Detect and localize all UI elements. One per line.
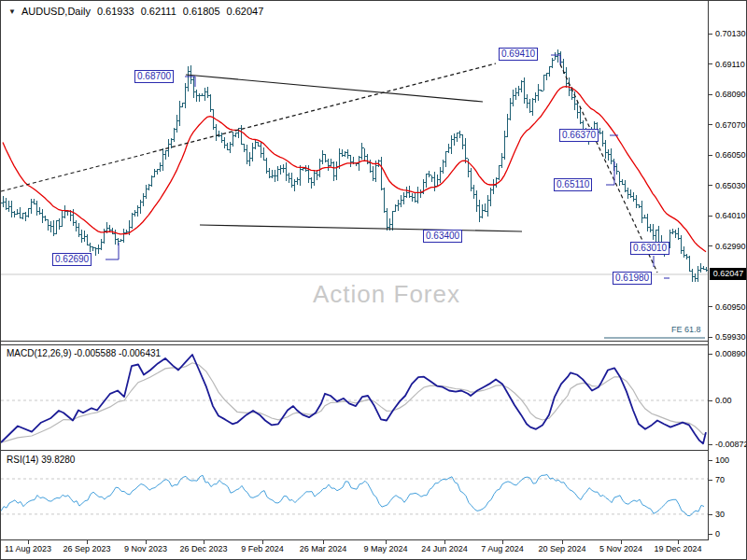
axis-label: 30	[715, 510, 725, 519]
price-level-label[interactable]: 0.63010	[630, 242, 669, 255]
axis-label: 0.70130	[715, 29, 746, 38]
date-label: 19 Dec 2024	[654, 544, 701, 553]
date-label: 20 Sep 2024	[538, 544, 585, 553]
axis-label: 100	[715, 455, 729, 465]
axis-tick	[709, 460, 712, 461]
axis-tick	[709, 480, 712, 481]
date-label: 11 Aug 2023	[5, 544, 51, 553]
axis-tick	[709, 444, 712, 445]
panel-separator	[1, 450, 709, 451]
panel-separator	[1, 341, 709, 342]
price-axis[interactable]: 0.62047 0.701300.691100.680900.670700.66…	[708, 1, 747, 539]
axis-label: 0.69110	[715, 60, 745, 69]
price-level-label[interactable]: 0.66370	[559, 129, 599, 142]
rsi-indicator-panel[interactable]	[1, 452, 708, 539]
chart-title-bar: ▼AUDUSD,Daily0.619330.621110.618050.6204…	[8, 6, 263, 17]
axis-tick	[709, 155, 712, 156]
axis-tick	[709, 124, 712, 125]
dashed-trendline[interactable]	[1, 63, 496, 191]
axis-label: 0.59930	[715, 332, 746, 342]
date-label: 9 Feb 2024	[241, 544, 284, 553]
ohlc-open: 0.61933	[97, 6, 134, 17]
fibonacci-expansion-label: FE 61.8	[671, 325, 701, 334]
price-level-label[interactable]: 0.69410	[499, 48, 538, 61]
axis-tick	[709, 514, 712, 515]
axis-tick	[709, 337, 712, 338]
axis-tick	[709, 534, 712, 535]
macd-main-line	[1, 355, 706, 443]
price-level-label[interactable]: 0.68700	[134, 70, 174, 83]
axis-label: 0.60950	[715, 302, 746, 312]
ohlc-bars	[1, 49, 708, 282]
axis-label: 0.008901	[715, 349, 747, 358]
axis-label: -0.008729	[715, 440, 747, 449]
axis-tick	[709, 354, 712, 355]
chart-window: ▼AUDUSD,Daily0.619330.621110.618050.6204…	[0, 0, 747, 560]
ohlc-close: 0.62047	[227, 6, 264, 17]
date-label: 26 Mar 2024	[300, 544, 347, 553]
ohlc-low: 0.61805	[183, 6, 220, 17]
solid-trendline[interactable]	[200, 225, 522, 231]
axis-label: 0.68090	[715, 90, 746, 99]
axis-tick	[709, 306, 712, 307]
date-label: 24 Jun 2024	[421, 544, 468, 553]
axis-label: 0	[715, 529, 720, 539]
date-label: 7 Aug 2024	[481, 544, 524, 553]
macd-label: MACD(12,26,9) -0.005588 -0.006431	[7, 348, 161, 358]
axis-tick	[709, 34, 712, 35]
macd-indicator-panel[interactable]	[1, 346, 708, 449]
axis-label: 0.67070	[715, 120, 746, 130]
axis-label: 0.00	[715, 396, 732, 405]
price-level-label[interactable]: 0.65110	[554, 178, 592, 191]
date-label: 26 Sep 2023	[63, 544, 110, 553]
rsi-line	[1, 475, 704, 516]
ohlc-high: 0.62111	[141, 6, 176, 17]
axis-tick	[709, 216, 712, 217]
date-label: 9 Nov 2023	[124, 544, 167, 553]
symbol-dropdown-icon[interactable]: ▼	[8, 7, 16, 16]
current-price-tag: 0.62047	[710, 268, 747, 280]
price-level-label[interactable]: 0.63400	[423, 230, 462, 243]
axis-label: 70	[715, 475, 725, 484]
date-label: 9 May 2024	[363, 544, 407, 553]
axis-tick	[709, 63, 712, 64]
main-price-chart[interactable]	[1, 1, 708, 341]
axis-tick	[709, 400, 712, 401]
axis-label: 0.64010	[715, 211, 746, 220]
price-level-label[interactable]: 0.62690	[52, 253, 92, 266]
date-label: 26 Dec 2023	[179, 544, 227, 553]
rsi-label: RSI(14) 39.8280	[7, 455, 75, 465]
date-label: 5 Nov 2024	[599, 544, 642, 553]
symbol-period-label: AUDUSD,Daily	[21, 6, 91, 17]
time-axis[interactable]: 11 Aug 202326 Sep 20239 Nov 202326 Dec 2…	[1, 539, 709, 560]
axis-tick	[709, 94, 712, 95]
ma-line[interactable]	[3, 87, 706, 252]
axis-label: 0.62990	[715, 242, 746, 251]
axis-label: 0.66050	[715, 150, 746, 160]
macd-signal-line	[1, 363, 706, 442]
axis-tick	[709, 245, 712, 246]
axis-tick	[709, 185, 712, 186]
panel-separator	[1, 344, 709, 345]
axis-label: 0.65030	[715, 181, 746, 190]
price-level-label[interactable]: 0.61980	[613, 272, 652, 285]
